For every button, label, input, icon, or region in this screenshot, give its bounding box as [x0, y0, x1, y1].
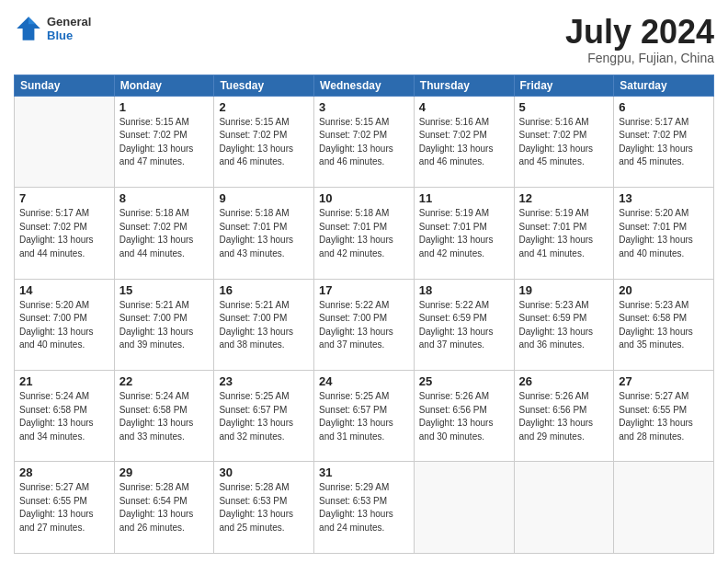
- week-row-2: 7Sunrise: 5:17 AMSunset: 7:02 PMDaylight…: [15, 188, 714, 279]
- calendar-cell: 19Sunrise: 5:23 AMSunset: 6:59 PMDayligh…: [514, 279, 614, 370]
- day-number: 19: [519, 283, 609, 297]
- day-number: 16: [219, 283, 309, 297]
- calendar-cell: 18Sunrise: 5:22 AMSunset: 6:59 PMDayligh…: [414, 279, 514, 370]
- col-monday: Monday: [114, 75, 214, 96]
- sun-info: Sunrise: 5:25 AMSunset: 6:57 PMDaylight:…: [319, 390, 409, 443]
- sun-info: Sunrise: 5:21 AMSunset: 7:00 PMDaylight:…: [119, 299, 210, 352]
- day-number: 4: [419, 100, 509, 114]
- day-number: 31: [319, 465, 409, 479]
- day-number: 18: [419, 283, 509, 297]
- calendar-cell: 7Sunrise: 5:17 AMSunset: 7:02 PMDaylight…: [15, 188, 115, 279]
- calendar-cell: [414, 462, 514, 554]
- sun-info: Sunrise: 5:19 AMSunset: 7:01 PMDaylight:…: [519, 207, 609, 260]
- col-sunday: Sunday: [15, 75, 115, 96]
- calendar-cell: 10Sunrise: 5:18 AMSunset: 7:01 PMDayligh…: [314, 188, 415, 279]
- day-number: 13: [619, 191, 709, 205]
- day-number: 22: [119, 374, 210, 388]
- header: General Blue July 2024 Fengpu, Fujian, C…: [14, 14, 714, 65]
- calendar-cell: 13Sunrise: 5:20 AMSunset: 7:01 PMDayligh…: [614, 188, 714, 279]
- sun-info: Sunrise: 5:23 AMSunset: 6:58 PMDaylight:…: [619, 299, 709, 352]
- svg-marker-1: [28, 17, 36, 24]
- sun-info: Sunrise: 5:26 AMSunset: 6:56 PMDaylight:…: [519, 390, 609, 443]
- day-number: 29: [119, 465, 210, 479]
- calendar-cell: [614, 462, 714, 554]
- day-number: 23: [219, 374, 309, 388]
- day-number: 17: [319, 283, 409, 297]
- calendar-cell: 20Sunrise: 5:23 AMSunset: 6:58 PMDayligh…: [614, 279, 714, 370]
- calendar-cell: 29Sunrise: 5:28 AMSunset: 6:54 PMDayligh…: [114, 462, 214, 554]
- logo: General Blue: [14, 14, 91, 43]
- sun-info: Sunrise: 5:21 AMSunset: 7:00 PMDaylight:…: [219, 299, 309, 352]
- day-number: 2: [219, 100, 309, 114]
- day-number: 28: [19, 465, 109, 479]
- calendar-cell: 23Sunrise: 5:25 AMSunset: 6:57 PMDayligh…: [214, 371, 314, 462]
- logo-text: General Blue: [47, 15, 91, 42]
- day-number: 30: [219, 465, 309, 479]
- sun-info: Sunrise: 5:28 AMSunset: 6:54 PMDaylight:…: [119, 481, 210, 534]
- sun-info: Sunrise: 5:22 AMSunset: 7:00 PMDaylight:…: [319, 299, 409, 352]
- day-number: 7: [19, 191, 109, 205]
- calendar-cell: 2Sunrise: 5:15 AMSunset: 7:02 PMDaylight…: [214, 96, 314, 187]
- sun-info: Sunrise: 5:27 AMSunset: 6:55 PMDaylight:…: [619, 390, 709, 443]
- calendar-table: Sunday Monday Tuesday Wednesday Thursday…: [14, 75, 714, 554]
- title-location: Fengpu, Fujian, China: [565, 51, 714, 65]
- sun-info: Sunrise: 5:22 AMSunset: 6:59 PMDaylight:…: [419, 299, 509, 352]
- sun-info: Sunrise: 5:27 AMSunset: 6:55 PMDaylight:…: [19, 481, 109, 534]
- day-number: 3: [319, 100, 409, 114]
- day-number: 15: [119, 283, 210, 297]
- calendar-cell: 8Sunrise: 5:18 AMSunset: 7:02 PMDaylight…: [114, 188, 214, 279]
- week-row-1: 1Sunrise: 5:15 AMSunset: 7:02 PMDaylight…: [15, 96, 714, 187]
- day-number: 10: [319, 191, 409, 205]
- calendar-cell: 12Sunrise: 5:19 AMSunset: 7:01 PMDayligh…: [514, 188, 614, 279]
- calendar-cell: 26Sunrise: 5:26 AMSunset: 6:56 PMDayligh…: [514, 371, 614, 462]
- day-number: 20: [619, 283, 709, 297]
- day-number: 27: [619, 374, 709, 388]
- day-number: 25: [419, 374, 509, 388]
- calendar-cell: 24Sunrise: 5:25 AMSunset: 6:57 PMDayligh…: [314, 371, 415, 462]
- calendar-cell: 28Sunrise: 5:27 AMSunset: 6:55 PMDayligh…: [15, 462, 115, 554]
- calendar-cell: [15, 96, 115, 187]
- sun-info: Sunrise: 5:15 AMSunset: 7:02 PMDaylight:…: [219, 116, 309, 169]
- logo-general-text: General: [47, 15, 91, 29]
- calendar-cell: 1Sunrise: 5:15 AMSunset: 7:02 PMDaylight…: [114, 96, 214, 187]
- day-number: 8: [119, 191, 210, 205]
- sun-info: Sunrise: 5:25 AMSunset: 6:57 PMDaylight:…: [219, 390, 309, 443]
- sun-info: Sunrise: 5:17 AMSunset: 7:02 PMDaylight:…: [19, 207, 109, 260]
- week-row-3: 14Sunrise: 5:20 AMSunset: 7:00 PMDayligh…: [15, 279, 714, 370]
- calendar-cell: 31Sunrise: 5:29 AMSunset: 6:53 PMDayligh…: [314, 462, 415, 554]
- sun-info: Sunrise: 5:20 AMSunset: 7:00 PMDaylight:…: [19, 299, 109, 352]
- col-wednesday: Wednesday: [314, 75, 415, 96]
- calendar-cell: 11Sunrise: 5:19 AMSunset: 7:01 PMDayligh…: [414, 188, 514, 279]
- col-tuesday: Tuesday: [214, 75, 314, 96]
- col-friday: Friday: [514, 75, 614, 96]
- sun-info: Sunrise: 5:18 AMSunset: 7:01 PMDaylight:…: [219, 207, 309, 260]
- calendar-cell: 14Sunrise: 5:20 AMSunset: 7:00 PMDayligh…: [15, 279, 115, 370]
- sun-info: Sunrise: 5:17 AMSunset: 7:02 PMDaylight:…: [619, 116, 709, 169]
- sun-info: Sunrise: 5:24 AMSunset: 6:58 PMDaylight:…: [19, 390, 109, 443]
- calendar-cell: 22Sunrise: 5:24 AMSunset: 6:58 PMDayligh…: [114, 371, 214, 462]
- sun-info: Sunrise: 5:18 AMSunset: 7:01 PMDaylight:…: [319, 207, 409, 260]
- sun-info: Sunrise: 5:19 AMSunset: 7:01 PMDaylight:…: [419, 207, 509, 260]
- day-number: 21: [19, 374, 109, 388]
- calendar-cell: 5Sunrise: 5:16 AMSunset: 7:02 PMDaylight…: [514, 96, 614, 187]
- day-number: 5: [519, 100, 609, 114]
- sun-info: Sunrise: 5:18 AMSunset: 7:02 PMDaylight:…: [119, 207, 210, 260]
- calendar-cell: 3Sunrise: 5:15 AMSunset: 7:02 PMDaylight…: [314, 96, 415, 187]
- logo-blue-text: Blue: [47, 29, 91, 42]
- day-number: 6: [619, 100, 709, 114]
- sun-info: Sunrise: 5:23 AMSunset: 6:59 PMDaylight:…: [519, 299, 609, 352]
- calendar-header-row: Sunday Monday Tuesday Wednesday Thursday…: [15, 75, 714, 96]
- day-number: 1: [119, 100, 210, 114]
- sun-info: Sunrise: 5:26 AMSunset: 6:56 PMDaylight:…: [419, 390, 509, 443]
- logo-icon: [14, 14, 43, 43]
- day-number: 11: [419, 191, 509, 205]
- col-thursday: Thursday: [414, 75, 514, 96]
- day-number: 9: [219, 191, 309, 205]
- sun-info: Sunrise: 5:15 AMSunset: 7:02 PMDaylight:…: [119, 116, 210, 169]
- calendar-cell: 25Sunrise: 5:26 AMSunset: 6:56 PMDayligh…: [414, 371, 514, 462]
- sun-info: Sunrise: 5:16 AMSunset: 7:02 PMDaylight:…: [419, 116, 509, 169]
- calendar-cell: 6Sunrise: 5:17 AMSunset: 7:02 PMDaylight…: [614, 96, 714, 187]
- sun-info: Sunrise: 5:24 AMSunset: 6:58 PMDaylight:…: [119, 390, 210, 443]
- sun-info: Sunrise: 5:16 AMSunset: 7:02 PMDaylight:…: [519, 116, 609, 169]
- col-saturday: Saturday: [614, 75, 714, 96]
